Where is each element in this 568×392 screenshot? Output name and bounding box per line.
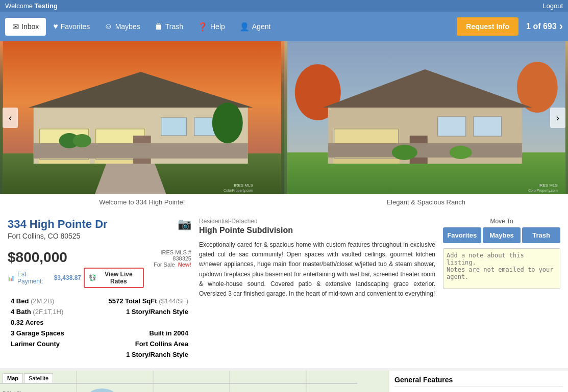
nav-maybes-label: Maybes (115, 22, 140, 31)
property-price: $800,000 (8, 249, 144, 266)
map-button[interactable]: Map (3, 373, 23, 383)
trash-icon: 🗑 (155, 22, 163, 31)
county-label: Larimer County (9, 339, 82, 349)
svg-rect-10 (161, 118, 187, 136)
welcome-text: Welcome Testing (5, 2, 58, 10)
area-cell: Fort Collins Area (83, 339, 190, 349)
nav-bar: ✉ Inbox ♥ Favorites ☺ Maybes 🗑 Trash ❓ H… (0, 12, 568, 41)
agent-icon: 👤 (239, 22, 250, 32)
style2-cell: 1 Story/Ranch Style (83, 350, 190, 359)
acres-label: 0.32 Acres (9, 318, 82, 327)
nav-agent-label: Agent (252, 22, 271, 31)
photo-right: IRES MLS ColorProperty.com (284, 41, 569, 194)
est-payment: 📊 Est. Payment: $3,438.87 💱 View Live Ra… (8, 268, 144, 288)
photo-section: ‹ (0, 41, 568, 194)
right-panel: Move To Favorites Maybes Trash (443, 218, 560, 360)
middle-panel: Residential-Detached High Pointe Subdivi… (199, 218, 435, 360)
table-row: Larimer County Fort Collins Area (9, 339, 190, 349)
smiley-icon: ☺ (104, 22, 112, 31)
nav-counter: 1 of 693 › (526, 20, 563, 33)
nav-trash-label: Trash (165, 22, 183, 31)
svg-text:ColorProperty.com: ColorProperty.com (528, 189, 557, 193)
move-to-section: Move To Favorites Maybes Trash (443, 218, 560, 291)
svg-point-30 (391, 145, 417, 160)
heart-icon: ♥ (53, 22, 58, 31)
photo-right-caption: Elegant & Spacious Ranch (284, 194, 569, 210)
svg-point-13 (212, 102, 243, 143)
photo-prev-button[interactable]: ‹ (3, 108, 18, 128)
table-row: 0.32 Acres (9, 318, 190, 327)
subdivision: High Pointe Subdivision (199, 226, 435, 235)
help-icon: ❓ (197, 22, 208, 32)
next-listing-button[interactable]: › (559, 20, 563, 33)
photo-next-button[interactable]: › (550, 108, 565, 128)
property-details-table: 4 Bed (2M,2B) 5572 Total SqFt ($144/SF) … (8, 295, 191, 360)
photo-left-caption: Welcome to 334 High Pointe! (0, 194, 284, 210)
svg-rect-29 (328, 143, 522, 158)
table-row: 4 Bath (2F,1T,1H) 1 Story/Ranch Style (9, 307, 190, 317)
main-content: 334 High Pointe Dr Fort Collins, CO 8052… (0, 210, 568, 368)
maybes-button[interactable]: Maybes (483, 227, 521, 243)
svg-rect-34 (0, 371, 389, 392)
trash-button[interactable]: Trash (522, 227, 560, 243)
bath-label: 4 Bath (2F,1T,1H) (9, 307, 82, 317)
bottom-section: Map Satellite 22nd St E 21st St E 19th S… (0, 371, 568, 392)
nav-help[interactable]: ❓ Help (190, 18, 232, 36)
photo-left: IRES MLS ColorProperty.com (0, 41, 284, 194)
photo-captions: Welcome to 334 High Pointe! Elegant & Sp… (0, 194, 568, 210)
move-to-label: Move To (443, 218, 560, 225)
table-row: 4 Bed (2M,2B) 5572 Total SqFt ($144/SF) (9, 296, 190, 306)
svg-text:IRES MLS: IRES MLS (538, 183, 557, 188)
address-line1: 334 High Pointe Dr (8, 218, 108, 231)
listing-type: Residential-Detached (199, 218, 435, 225)
garage-label: 3 Garage Spaces (9, 328, 82, 338)
map-controls: Map Satellite (3, 373, 53, 383)
notes-textarea[interactable] (443, 248, 560, 289)
rates-icon: 💱 (89, 274, 96, 281)
address-line2: Fort Collins, CO 80525 (8, 232, 108, 240)
bed-label: 4 Bed (2M,2B) (9, 296, 82, 306)
nav-inbox-label: Inbox (21, 22, 39, 31)
built-cell: Built in 2004 (83, 328, 190, 338)
general-features-title: General Features (394, 376, 563, 386)
nav-favorites[interactable]: ♥ Favorites (46, 18, 97, 35)
top-bar: Welcome Testing Logout (0, 0, 568, 12)
nav-favorites-label: Favorites (61, 22, 90, 31)
svg-rect-28 (473, 117, 501, 136)
sqft-cell: 5572 Total SqFt ($144/SF) (83, 296, 190, 306)
inbox-icon: ✉ (12, 22, 19, 32)
mls-info: IRES MLS # 838325 For Sale New! (144, 249, 191, 268)
logout-link[interactable]: Logout (542, 2, 563, 10)
property-address: 334 High Pointe Dr Fort Collins, CO 8052… (8, 218, 108, 240)
style-cell: 1 Story/Ranch Style (83, 307, 190, 317)
move-to-buttons: Favorites Maybes Trash (443, 227, 560, 243)
nav-inbox[interactable]: ✉ Inbox (5, 18, 46, 36)
request-info-button[interactable]: Request Info (457, 17, 518, 36)
map-svg: 22nd St E 21st St E 19th St E 18th St ● (0, 371, 389, 392)
nav-maybes[interactable]: ☺ Maybes (97, 18, 147, 35)
map-section: Map Satellite 22nd St E 21st St E 19th S… (0, 371, 389, 392)
nav-help-label: Help (210, 22, 225, 31)
camera-icon[interactable]: 📷 (178, 218, 191, 231)
left-panel: 334 High Pointe Dr Fort Collins, CO 8052… (8, 218, 191, 360)
nav-agent[interactable]: 👤 Agent (232, 18, 278, 36)
table-row: 3 Garage Spaces Built in 2004 (9, 328, 190, 338)
svg-rect-27 (437, 117, 465, 136)
favorites-button[interactable]: Favorites (443, 227, 481, 243)
svg-text:ColorProperty.com: ColorProperty.com (224, 189, 253, 193)
nav-trash[interactable]: 🗑 Trash (147, 18, 190, 35)
svg-point-31 (449, 146, 472, 159)
svg-text:IRES MLS: IRES MLS (234, 183, 253, 188)
listing-description: Exceptionally cared for & spacious home … (199, 240, 435, 299)
general-features: General Features (389, 371, 568, 392)
satellite-button[interactable]: Satellite (24, 373, 53, 383)
table-row: 1 Story/Ranch Style (9, 350, 190, 359)
svg-point-15 (73, 134, 91, 147)
view-live-rates-button[interactable]: 💱 View Live Rates (84, 268, 144, 288)
